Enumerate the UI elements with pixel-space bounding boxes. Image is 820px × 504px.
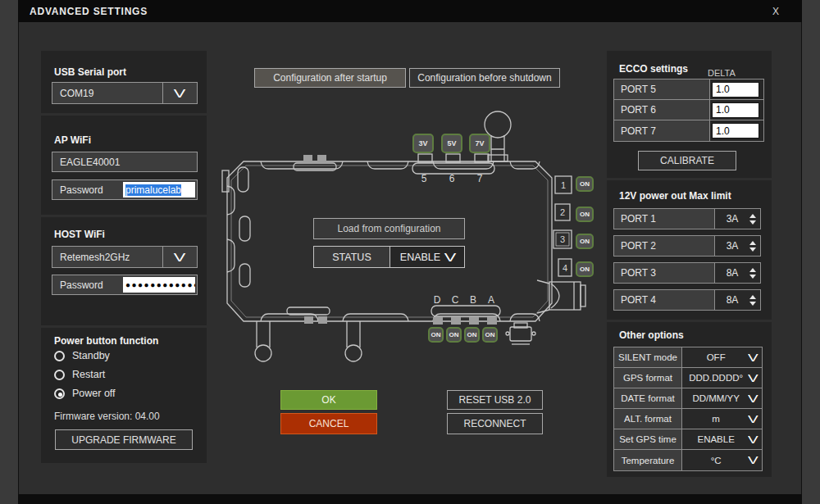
section-separator — [41, 215, 207, 217]
on-button-port-3[interactable]: ON — [576, 234, 594, 249]
radio-label-power-off: Power off — [72, 388, 116, 399]
option-row-gps-format: GPS format DDD.DDDD° V — [614, 368, 762, 388]
on-button-port-2[interactable]: ON — [576, 207, 594, 222]
ecco-port-label: PORT 6 — [614, 100, 709, 120]
date-format-select[interactable]: DD/MM/YY V — [681, 388, 762, 408]
radio-standby[interactable]: Standby — [54, 350, 110, 361]
option-row-temperature: Temperature °C V — [614, 450, 762, 470]
titlebar: ADVANCED SETTINGS X — [18, 0, 802, 22]
option-label: Temperature — [614, 450, 681, 470]
option-label: ALT. format — [614, 409, 681, 429]
enable-select[interactable]: ENABLE V — [390, 247, 464, 267]
spinner-down-icon[interactable] — [749, 220, 756, 225]
config-after-startup-button[interactable]: Configuration after startup — [254, 68, 406, 88]
usb-serial-chevron-cell[interactable]: V — [162, 83, 197, 103]
ap-wifi-ssid-field[interactable]: EAGLE40001 — [52, 152, 198, 172]
spinner-up-icon[interactable] — [749, 295, 756, 299]
spinner-down-icon[interactable] — [749, 302, 756, 306]
selected-password-text: primalucelab — [125, 184, 181, 196]
calibrate-button[interactable]: CALIBRATE — [638, 151, 736, 170]
ecco-delta-input[interactable]: 1.0 — [712, 102, 759, 118]
ecco-settings-heading: ECCO settings — [619, 63, 688, 75]
usb-serial-port-select[interactable]: COM19 V — [52, 82, 198, 104]
close-button[interactable]: X — [768, 3, 784, 19]
ecco-port-label: PORT 7 — [614, 120, 709, 141]
eagle-device-diagram: 5 6 7 1 2 3 4 D C B A — [221, 108, 599, 370]
spinner-up-icon[interactable] — [749, 268, 756, 272]
alt-format-select[interactable]: m V — [681, 409, 762, 429]
config-before-shutdown-button[interactable]: Configuration before shutdown — [409, 68, 560, 88]
option-row-set-gps-time: Set GPS time ENABLE V — [614, 429, 762, 450]
limit-value: 8A — [715, 267, 749, 279]
host-wifi-heading: HOST WiFi — [54, 229, 105, 240]
host-wifi-password-row: Password ●●●●●●●●●●●● — [52, 275, 198, 295]
power-limit-port-label: PORT 1 — [614, 209, 714, 229]
set-gps-time-select[interactable]: ENABLE V — [681, 429, 762, 449]
host-wifi-password-input[interactable]: ●●●●●●●●●●●● — [123, 277, 195, 293]
right-port-number-4: 4 — [563, 263, 567, 273]
radio-restart[interactable]: Restart — [54, 369, 105, 380]
power-limit-row-port-4: PORT 4 8A — [613, 289, 761, 311]
option-label: GPS format — [614, 368, 681, 388]
dialog-title: ADVANCED SETTINGS — [30, 6, 148, 17]
option-value: m — [682, 414, 749, 424]
upgrade-firmware-button[interactable]: UPGRADE FIRMWARE — [55, 429, 193, 450]
spinner-up-icon[interactable] — [749, 214, 756, 218]
on-button-port-4[interactable]: ON — [576, 261, 594, 277]
ap-wifi-password-input[interactable]: primalucelab — [123, 182, 195, 198]
radio-power-off[interactable]: Power off — [54, 388, 116, 399]
ap-wifi-heading: AP WiFi — [54, 134, 91, 146]
chevron-down-icon: V — [748, 454, 758, 466]
on-button-port-c[interactable]: ON — [446, 327, 462, 343]
limit-stepper-port-1[interactable]: 3A — [714, 209, 760, 229]
gps-format-select[interactable]: DDD.DDDD° V — [681, 368, 762, 388]
spinner-up-icon[interactable] — [749, 241, 756, 245]
spinner-down-icon[interactable] — [749, 247, 756, 252]
radio-circle[interactable] — [54, 351, 65, 361]
reset-usb-button[interactable]: RESET USB 2.0 — [447, 390, 543, 410]
on-button-port-1[interactable]: ON — [576, 176, 594, 192]
ap-wifi-password-label: Password — [52, 180, 121, 199]
cancel-button[interactable]: CANCEL — [280, 413, 377, 434]
ecco-port-label: PORT 5 — [614, 79, 709, 99]
voltage-button-3v[interactable]: 3V — [412, 134, 434, 153]
power-button-function-heading: Power button function — [54, 335, 158, 347]
right-port-number-2: 2 — [560, 207, 565, 217]
temperature-select[interactable]: °C V — [681, 450, 762, 470]
ecco-table: PORT 5 1.0 PORT 6 1.0 PORT 7 1.0 — [613, 79, 764, 142]
option-value: OFF — [682, 352, 749, 362]
voltage-button-5v[interactable]: 5V — [441, 134, 462, 153]
on-button-port-d[interactable]: ON — [428, 327, 444, 343]
host-wifi-chevron-cell[interactable]: V — [162, 247, 197, 267]
silent-mode-select[interactable]: OFF V — [681, 347, 762, 367]
ecco-delta-input[interactable]: 1.0 — [712, 123, 759, 138]
radio-label-restart: Restart — [72, 369, 105, 380]
section-separator — [41, 113, 207, 116]
reconnect-button[interactable]: RECONNECT — [447, 413, 543, 434]
ecco-delta-input[interactable]: 1.0 — [712, 82, 759, 98]
chevron-down-icon: V — [748, 434, 758, 446]
ok-button[interactable]: OK — [280, 390, 377, 410]
radio-circle-selected[interactable] — [54, 388, 65, 399]
spinner-down-icon[interactable] — [749, 275, 756, 279]
host-wifi-select[interactable]: Retemesh2GHz V — [52, 246, 198, 268]
on-button-port-b[interactable]: ON — [464, 327, 480, 343]
limit-stepper-port-3[interactable]: 8A — [714, 263, 760, 283]
option-label: SILENT mode — [614, 347, 681, 367]
limit-value: 3A — [715, 240, 749, 252]
on-button-port-a[interactable]: ON — [482, 327, 498, 343]
option-value: DDD.DDDD° — [682, 373, 749, 383]
radio-circle[interactable] — [54, 370, 65, 380]
status-button[interactable]: STATUS — [314, 247, 390, 267]
limit-stepper-port-4[interactable]: 8A — [714, 290, 760, 310]
top-port-number-6: 6 — [449, 173, 455, 184]
load-from-configuration-button[interactable]: Load from configuration — [313, 218, 465, 239]
host-wifi-value: Retemesh2GHz — [52, 247, 162, 267]
voltage-button-7v[interactable]: 7V — [469, 134, 490, 153]
limit-stepper-port-2[interactable]: 3A — [714, 236, 760, 256]
host-wifi-password-label: Password — [52, 275, 121, 294]
other-options-table: SILENT mode OFF V GPS format DDD.DDDD° V… — [613, 347, 763, 471]
delta-column-header: DELTA — [708, 68, 736, 78]
usb-serial-port-value: COM19 — [52, 83, 162, 103]
chevron-down-icon: V — [748, 352, 758, 364]
